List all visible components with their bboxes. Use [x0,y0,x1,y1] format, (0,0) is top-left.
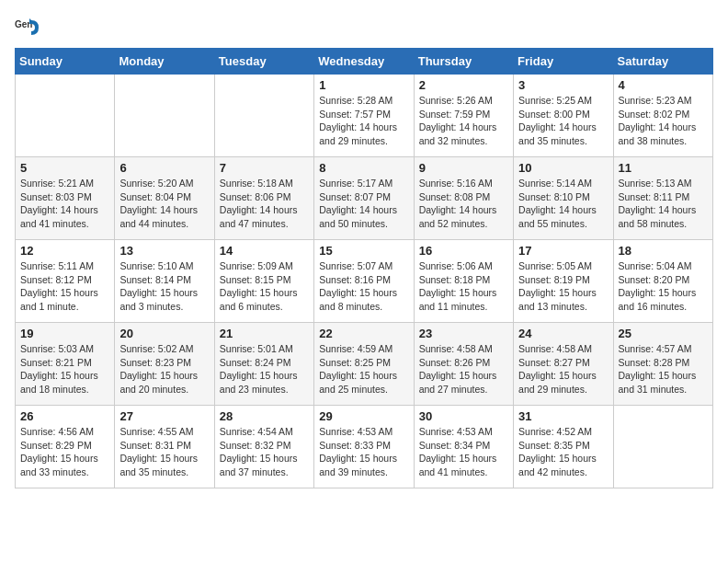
calendar-cell: 29Sunrise: 4:53 AM Sunset: 8:33 PM Dayli… [314,406,414,488]
day-info: Sunrise: 5:09 AM Sunset: 8:15 PM Dayligh… [220,259,309,314]
calendar-cell: 31Sunrise: 4:52 AM Sunset: 8:35 PM Dayli… [514,406,613,488]
day-info: Sunrise: 4:55 AM Sunset: 8:31 PM Dayligh… [119,425,209,479]
day-info: Sunrise: 4:53 AM Sunset: 8:34 PM Dayligh… [419,425,508,479]
calendar-cell: 17Sunrise: 5:05 AM Sunset: 8:19 PM Dayli… [514,240,613,323]
day-number: 19 [20,327,109,340]
day-info: Sunrise: 5:18 AM Sunset: 8:06 PM Dayligh… [220,177,309,231]
day-header: Monday [115,49,214,75]
day-number: 18 [619,244,708,258]
calendar-cell: 18Sunrise: 5:04 AM Sunset: 8:20 PM Dayli… [613,240,712,323]
calendar-cell: 26Sunrise: 4:56 AM Sunset: 8:29 PM Dayli… [16,406,115,488]
day-number: 21 [220,327,309,340]
day-info: Sunrise: 5:20 AM Sunset: 8:04 PM Dayligh… [119,177,209,231]
day-info: Sunrise: 4:59 AM Sunset: 8:25 PM Dayligh… [319,342,408,396]
day-info: Sunrise: 5:02 AM Sunset: 8:23 PM Dayligh… [119,342,209,396]
calendar-cell: 4Sunrise: 5:23 AM Sunset: 8:02 PM Daylig… [613,75,712,157]
day-number: 15 [319,244,408,258]
header-row: SundayMondayTuesdayWednesdayThursdayFrid… [16,49,713,75]
calendar-cell: 28Sunrise: 4:54 AM Sunset: 8:32 PM Dayli… [214,406,313,488]
calendar-cell: 22Sunrise: 4:59 AM Sunset: 8:25 PM Dayli… [314,323,414,406]
day-info: Sunrise: 5:17 AM Sunset: 8:07 PM Dayligh… [319,177,408,231]
week-row: 1Sunrise: 5:28 AM Sunset: 7:57 PM Daylig… [16,75,713,157]
day-number: 4 [619,78,708,92]
calendar: SundayMondayTuesdayWednesdayThursdayFrid… [15,48,713,488]
calendar-cell: 7Sunrise: 5:18 AM Sunset: 8:06 PM Daylig… [214,157,313,240]
day-number: 26 [20,409,109,423]
day-info: Sunrise: 5:28 AM Sunset: 7:57 PM Dayligh… [319,94,408,148]
day-number: 31 [518,409,608,423]
day-info: Sunrise: 4:53 AM Sunset: 8:33 PM Dayligh… [319,425,408,479]
day-info: Sunrise: 5:14 AM Sunset: 8:10 PM Dayligh… [518,177,608,231]
calendar-cell: 10Sunrise: 5:14 AM Sunset: 8:10 PM Dayli… [514,157,613,240]
day-info: Sunrise: 5:26 AM Sunset: 7:59 PM Dayligh… [419,94,508,148]
day-info: Sunrise: 4:52 AM Sunset: 8:35 PM Dayligh… [518,425,608,479]
day-number: 25 [619,327,708,340]
day-number: 14 [220,244,309,258]
calendar-cell: 5Sunrise: 5:21 AM Sunset: 8:03 PM Daylig… [16,157,115,240]
day-header: Saturday [613,49,712,75]
day-header: Tuesday [214,49,313,75]
calendar-cell: 24Sunrise: 4:58 AM Sunset: 8:27 PM Dayli… [514,323,613,406]
header: Gen [15,15,713,40]
day-info: Sunrise: 5:13 AM Sunset: 8:11 PM Dayligh… [619,177,708,231]
day-number: 8 [319,161,408,175]
week-row: 5Sunrise: 5:21 AM Sunset: 8:03 PM Daylig… [16,157,713,240]
calendar-cell: 30Sunrise: 4:53 AM Sunset: 8:34 PM Dayli… [414,406,513,488]
logo-icon: Gen [15,15,40,40]
day-number: 30 [419,409,508,423]
day-info: Sunrise: 5:04 AM Sunset: 8:20 PM Dayligh… [619,259,708,314]
day-info: Sunrise: 4:57 AM Sunset: 8:28 PM Dayligh… [619,342,708,396]
day-number: 28 [220,409,309,423]
day-info: Sunrise: 5:25 AM Sunset: 8:00 PM Dayligh… [518,94,608,148]
day-info: Sunrise: 5:21 AM Sunset: 8:03 PM Dayligh… [20,177,109,231]
calendar-cell: 19Sunrise: 5:03 AM Sunset: 8:21 PM Dayli… [16,323,115,406]
day-info: Sunrise: 4:54 AM Sunset: 8:32 PM Dayligh… [220,425,309,479]
day-number: 20 [119,327,209,340]
day-info: Sunrise: 4:58 AM Sunset: 8:26 PM Dayligh… [419,342,508,396]
calendar-cell: 8Sunrise: 5:17 AM Sunset: 8:07 PM Daylig… [314,157,414,240]
logo: Gen [15,15,44,40]
calendar-cell: 25Sunrise: 4:57 AM Sunset: 8:28 PM Dayli… [613,323,712,406]
day-info: Sunrise: 4:56 AM Sunset: 8:29 PM Dayligh… [20,425,109,479]
day-header: Wednesday [314,49,414,75]
calendar-cell: 11Sunrise: 5:13 AM Sunset: 8:11 PM Dayli… [613,157,712,240]
calendar-cell: 27Sunrise: 4:55 AM Sunset: 8:31 PM Dayli… [115,406,214,488]
day-number: 29 [319,409,408,423]
day-number: 12 [20,244,109,258]
calendar-cell: 12Sunrise: 5:11 AM Sunset: 8:12 PM Dayli… [16,240,115,323]
day-number: 23 [419,327,508,340]
day-info: Sunrise: 5:11 AM Sunset: 8:12 PM Dayligh… [20,259,109,314]
day-number: 3 [518,78,608,92]
day-info: Sunrise: 4:58 AM Sunset: 8:27 PM Dayligh… [518,342,608,396]
calendar-cell [214,75,313,157]
day-info: Sunrise: 5:06 AM Sunset: 8:18 PM Dayligh… [419,259,508,314]
calendar-cell: 15Sunrise: 5:07 AM Sunset: 8:16 PM Dayli… [314,240,414,323]
calendar-cell [16,75,115,157]
day-header: Thursday [414,49,513,75]
day-header: Sunday [16,49,115,75]
day-number: 16 [419,244,508,258]
day-number: 6 [119,161,209,175]
week-row: 19Sunrise: 5:03 AM Sunset: 8:21 PM Dayli… [16,323,713,406]
week-row: 12Sunrise: 5:11 AM Sunset: 8:12 PM Dayli… [16,240,713,323]
week-row: 26Sunrise: 4:56 AM Sunset: 8:29 PM Dayli… [16,406,713,488]
day-number: 7 [220,161,309,175]
day-number: 27 [119,409,209,423]
day-header: Friday [514,49,613,75]
day-info: Sunrise: 5:16 AM Sunset: 8:08 PM Dayligh… [419,177,508,231]
day-number: 9 [419,161,508,175]
day-number: 10 [518,161,608,175]
day-info: Sunrise: 5:03 AM Sunset: 8:21 PM Dayligh… [20,342,109,396]
calendar-cell: 6Sunrise: 5:20 AM Sunset: 8:04 PM Daylig… [115,157,214,240]
calendar-cell [115,75,214,157]
calendar-cell: 14Sunrise: 5:09 AM Sunset: 8:15 PM Dayli… [214,240,313,323]
calendar-cell: 9Sunrise: 5:16 AM Sunset: 8:08 PM Daylig… [414,157,513,240]
calendar-cell: 3Sunrise: 5:25 AM Sunset: 8:00 PM Daylig… [514,75,613,157]
day-number: 1 [319,78,408,92]
day-info: Sunrise: 5:07 AM Sunset: 8:16 PM Dayligh… [319,259,408,314]
day-info: Sunrise: 5:23 AM Sunset: 8:02 PM Dayligh… [619,94,708,148]
calendar-cell [613,406,712,488]
calendar-cell: 2Sunrise: 5:26 AM Sunset: 7:59 PM Daylig… [414,75,513,157]
calendar-cell: 16Sunrise: 5:06 AM Sunset: 8:18 PM Dayli… [414,240,513,323]
day-number: 11 [619,161,708,175]
